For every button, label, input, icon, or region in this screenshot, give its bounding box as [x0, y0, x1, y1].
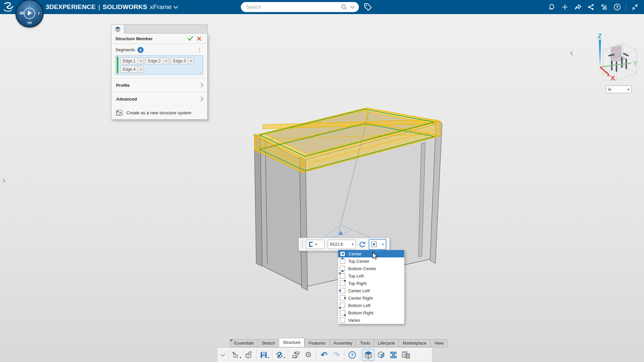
z-axis-label: Z: [598, 34, 602, 40]
advanced-section[interactable]: Advanced: [111, 92, 207, 106]
structure-member-tool-button[interactable]: [362, 349, 375, 361]
search-icon[interactable]: [341, 4, 347, 10]
3dexperience-compass[interactable]: 3D i V,R: [15, 0, 44, 27]
compass-3d-quadrant[interactable]: 3D: [19, 11, 24, 15]
collapse-window-button[interactable]: [630, 2, 640, 12]
profile-size-dropdown[interactable]: 8X22.8 ▾: [328, 240, 356, 249]
tab-essentials[interactable]: Essentials: [230, 339, 258, 347]
chip-label: Edge.4: [121, 66, 138, 72]
check-icon: [187, 36, 193, 41]
caret-down-icon: ▾: [352, 243, 353, 246]
cancel-button[interactable]: [195, 35, 203, 42]
title-chevron-down-icon[interactable]: [173, 4, 178, 9]
menu-item-top-right[interactable]: Top Right: [338, 280, 404, 287]
segment-chip[interactable]: Edge.3: [171, 57, 194, 64]
redo-button[interactable]: ↷: [330, 349, 342, 361]
compass-play-icon[interactable]: [24, 8, 35, 19]
advanced-label: Advanced: [116, 97, 199, 102]
sync-lifecycle-button[interactable]: ▴: [274, 349, 286, 361]
new-part-button[interactable]: ▴: [230, 349, 242, 361]
notifications-button[interactable]: [547, 2, 557, 12]
new-part-icon: [231, 351, 240, 359]
tab-view[interactable]: View: [430, 339, 447, 347]
expand-panel-button[interactable]: [1, 176, 9, 185]
segments-label: Segments: [115, 47, 135, 52]
share-button[interactable]: [573, 2, 583, 12]
profile-type-dropdown[interactable]: ▾: [306, 240, 325, 249]
compass-vr-quadrant[interactable]: V,R: [27, 21, 32, 24]
menu-item-label: Bottom Left: [348, 303, 370, 308]
menu-item-bottom-right[interactable]: Bottom Right: [338, 309, 404, 316]
menu-item-center[interactable]: Center: [338, 250, 404, 257]
view-compass[interactable]: Z Y X: [590, 34, 641, 92]
structure-member-icon: [364, 351, 373, 359]
chevron-left-icon: [570, 51, 575, 56]
segment-chip[interactable]: Edge.1: [120, 57, 144, 64]
menu-item-center-left[interactable]: Center Left: [338, 287, 404, 294]
search-input[interactable]: [241, 4, 341, 10]
search-options-chevron-icon[interactable]: [350, 4, 355, 9]
3ds-logo[interactable]: [3, 1, 15, 13]
remove-chip-icon[interactable]: [138, 58, 144, 64]
close-icon: [197, 37, 201, 41]
transfer-ownership-button[interactable]: [290, 349, 302, 361]
add-content-button[interactable]: [560, 2, 570, 12]
action-toolbar: ▴ ▴: [217, 347, 432, 362]
menu-item-bottom-left[interactable]: Bottom Left: [338, 302, 404, 309]
tag-icon[interactable]: [364, 3, 372, 11]
menu-item-top-left[interactable]: Top Left: [338, 272, 404, 280]
menu-item-label: Top Right: [348, 281, 367, 286]
rotate-profile-button[interactable]: [359, 240, 366, 248]
remove-chip-icon[interactable]: [188, 58, 194, 64]
segment-chip[interactable]: Edge.2: [146, 57, 169, 64]
chip-label: Edge.2: [146, 58, 163, 64]
segment-chip[interactable]: Edge.4: [120, 66, 144, 73]
units-dropdown[interactable]: in ▾: [606, 85, 632, 93]
settings-button[interactable]: ⚙: [302, 349, 314, 361]
profile-tool-button[interactable]: [387, 349, 399, 361]
create-structure-system-option[interactable]: Create as a new structure system: [111, 106, 207, 119]
help-button[interactable]: ?: [612, 2, 622, 12]
tab-sketch[interactable]: Sketch: [258, 339, 279, 347]
collapse-compass-button[interactable]: [571, 50, 578, 59]
panel-tab-structure-member[interactable]: [111, 24, 124, 34]
profile-section[interactable]: Profile: [111, 78, 207, 92]
kebab-menu-icon[interactable]: ⋮: [196, 47, 203, 53]
network-share-button[interactable]: [586, 2, 596, 12]
resize-grip[interactable]: [199, 71, 202, 74]
channel-profile-icon: [308, 241, 314, 247]
corner-management-tool-button[interactable]: [375, 349, 387, 361]
menu-item-center-right[interactable]: Center Right: [338, 294, 404, 302]
open-button[interactable]: [243, 349, 255, 361]
drag-handle[interactable]: [302, 241, 303, 248]
ok-button[interactable]: [186, 35, 195, 42]
panel-tabstrip: [124, 24, 208, 33]
collapse-toolbar-button[interactable]: [219, 349, 226, 361]
menu-item-bottom-center[interactable]: Bottom Center: [338, 265, 404, 272]
swym-community-button[interactable]: [599, 2, 609, 12]
undo-button[interactable]: ↶: [318, 349, 330, 361]
help-tool-button[interactable]: ?: [346, 349, 358, 361]
tab-marketplace[interactable]: Marketplace: [398, 339, 430, 347]
menu-item-varies[interactable]: Varies: [338, 316, 404, 324]
units-value: in: [608, 87, 611, 92]
structure-table-tool-button[interactable]: [400, 349, 412, 361]
tab-lifecycle[interactable]: Lifecycle: [374, 339, 399, 347]
tab-features[interactable]: Features: [305, 339, 329, 347]
compass-i-quadrant[interactable]: i: [38, 11, 39, 15]
x-axis-label: X: [610, 74, 615, 82]
remove-chip-icon[interactable]: [163, 58, 169, 64]
search-bar[interactable]: [241, 2, 359, 12]
tab-tools[interactable]: Tools: [356, 339, 374, 347]
save-button[interactable]: ▴: [258, 349, 270, 361]
3d-viewport[interactable]: [0, 14, 644, 362]
anchor-point-menu: Center Top Center Bottom Center Top Left…: [338, 250, 405, 324]
segments-selection-field[interactable]: Edge.1 Edge.2 Edge.3 Edge.4: [115, 55, 203, 75]
toolbar-divider: [360, 350, 360, 360]
anchor-point-dropdown[interactable]: ▾: [369, 239, 386, 250]
tab-assembly[interactable]: Assembly: [329, 339, 356, 347]
menu-item-top-center[interactable]: Top Center: [338, 257, 404, 265]
remove-chip-icon[interactable]: [138, 66, 144, 72]
toolbar-divider: [626, 3, 626, 11]
tab-structure[interactable]: Structure: [279, 338, 305, 347]
